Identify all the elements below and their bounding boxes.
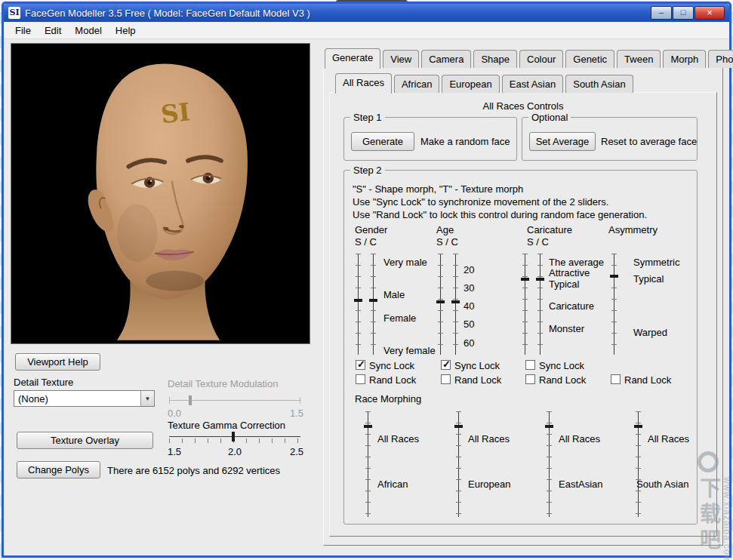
caricature-colour-slider[interactable] [537, 254, 544, 355]
age-sync-lock-checkbox[interactable] [441, 360, 451, 370]
race-morph-slider-african[interactable] [365, 411, 371, 517]
age-label-40: 40 [464, 300, 474, 312]
detail-texture-modulation-slider [169, 395, 300, 407]
tab-shape[interactable]: Shape [473, 50, 517, 68]
modulation-max-label: 1.5 [290, 408, 303, 419]
race-morph-slider-eastasian[interactable] [546, 411, 553, 517]
gender-label-3: Female [383, 312, 416, 324]
tab-east-asian[interactable]: East Asian [502, 75, 563, 93]
tab-colour[interactable]: Colour [519, 50, 563, 68]
generate-description: Make a random face [420, 136, 510, 147]
slider-handle[interactable] [232, 432, 235, 442]
minimize-button[interactable]: – [651, 6, 672, 20]
age-label-20: 20 [464, 264, 474, 275]
gender-subheader: S / C [355, 236, 377, 248]
slider-handle [189, 395, 192, 405]
texture-gamma-label: Texture Gamma Correction [168, 420, 285, 431]
slider-handle[interactable] [369, 299, 377, 302]
change-polys-button[interactable]: Change Polys [17, 461, 100, 478]
tab-european[interactable]: European [442, 75, 499, 93]
caricature-sync-lock-checkbox[interactable] [525, 360, 535, 370]
age-shape-slider[interactable] [437, 254, 444, 355]
age-subheader: S / C [436, 236, 458, 248]
caricature-label-3: Typical [549, 278, 579, 290]
gender-label-2: Male [383, 289, 405, 300]
race-morph-top-label-1: All Races [377, 433, 419, 445]
generate-button[interactable]: Generate [351, 132, 414, 151]
3d-viewport[interactable]: SI [11, 43, 310, 344]
set-average-description: Reset to average face [601, 136, 697, 147]
age-sync-lock-label: Sync Lock [454, 360, 500, 371]
tab-genetic[interactable]: Genetic [565, 50, 614, 68]
asymmetry-rand-lock-checkbox[interactable] [611, 374, 621, 384]
gender-rand-lock-checkbox[interactable] [356, 374, 365, 384]
close-button[interactable]: × [695, 6, 725, 20]
race-morphing-title: Race Morphing [355, 393, 421, 405]
menu-help[interactable]: Help [109, 23, 143, 38]
step1-legend: Step 1 [350, 112, 385, 123]
maximize-button[interactable]: □ [673, 6, 694, 20]
tab-all-races[interactable]: All Races [335, 73, 392, 94]
face-render: SI [30, 48, 291, 343]
main-tabs: Generate View Camera Shape Colour Geneti… [325, 48, 733, 68]
tab-morph[interactable]: Morph [663, 50, 706, 68]
gender-colour-slider[interactable] [370, 254, 377, 355]
texture-overlay-button[interactable]: Texture Overlay [17, 432, 153, 449]
slider-handle[interactable] [436, 300, 445, 303]
age-header: Age [436, 224, 454, 235]
age-label-50: 50 [464, 318, 474, 330]
slider-handle[interactable] [354, 299, 362, 302]
slider-handle[interactable] [521, 278, 529, 281]
step2-info-line-3: Use "Rand Lock" to lock this control dur… [353, 209, 647, 220]
gender-shape-slider[interactable] [355, 254, 362, 355]
forehead-logo-text: SI [159, 97, 192, 129]
age-rand-lock-label: Rand Lock [454, 374, 501, 386]
caricature-sync-lock-label: Sync Lock [539, 360, 584, 371]
slider-handle[interactable] [454, 425, 463, 428]
gender-rand-lock-label: Rand Lock [369, 374, 416, 386]
slider-handle[interactable] [536, 278, 544, 281]
detail-texture-select[interactable]: (None) ▼ [14, 390, 155, 407]
gender-sync-lock-checkbox[interactable] [356, 360, 365, 370]
titlebar: SI FaceGen Modeller 3.5 Free ( Model: Fa… [4, 4, 729, 22]
race-morph-slider-southasian[interactable] [635, 411, 642, 517]
slider-handle[interactable] [364, 425, 372, 428]
slider-handle[interactable] [634, 425, 642, 428]
tab-south-asian[interactable]: South Asian [565, 75, 633, 93]
caricature-shape-slider[interactable] [522, 254, 528, 355]
caricature-label-1: The average [549, 257, 604, 268]
slider-handle[interactable] [451, 300, 460, 303]
slider-handle[interactable] [545, 425, 553, 428]
asymmetry-label-3: Warped [633, 327, 667, 338]
texture-gamma-slider[interactable] [169, 431, 300, 443]
detail-texture-label: Detail Texture [14, 377, 73, 388]
asymmetry-slider[interactable] [611, 254, 618, 355]
caricature-header: Caricature [527, 224, 572, 235]
app-icon: SI [8, 7, 20, 19]
menu-model[interactable]: Model [68, 23, 108, 38]
race-tabs: All Races African European East Asian So… [335, 73, 636, 93]
age-rand-lock-checkbox[interactable] [441, 374, 451, 384]
gamma-tick-2: 2.0 [228, 446, 242, 457]
race-morph-slider-european[interactable] [455, 411, 462, 517]
tab-view[interactable]: View [383, 50, 419, 68]
tab-generate[interactable]: Generate [325, 48, 380, 69]
menu-edit[interactable]: Edit [38, 23, 68, 38]
caricature-rand-lock-checkbox[interactable] [525, 374, 535, 384]
age-colour-slider[interactable] [452, 254, 459, 355]
viewport-help-button[interactable]: Viewport Help [15, 353, 100, 371]
tab-tween[interactable]: Tween [617, 50, 661, 68]
tab-photofit[interactable]: PhotoFit [708, 50, 733, 68]
tab-camera[interactable]: Camera [421, 50, 471, 68]
menubar: File Edit Model Help [4, 22, 729, 39]
chevron-down-icon[interactable]: ▼ [140, 391, 154, 406]
poly-info-text: There are 6152 polys and 6292 vertices [107, 465, 280, 476]
slider-handle[interactable] [610, 275, 618, 278]
asymmetry-header: Asymmetry [608, 224, 658, 235]
gender-sync-lock-label: Sync Lock [369, 360, 414, 371]
tab-african[interactable]: African [394, 75, 439, 93]
race-morph-bottom-label-4: South Asian [636, 478, 688, 490]
menu-file[interactable]: File [8, 23, 38, 38]
race-morph-bottom-label-1: African [377, 478, 408, 490]
set-average-button[interactable]: Set Average [529, 132, 596, 151]
